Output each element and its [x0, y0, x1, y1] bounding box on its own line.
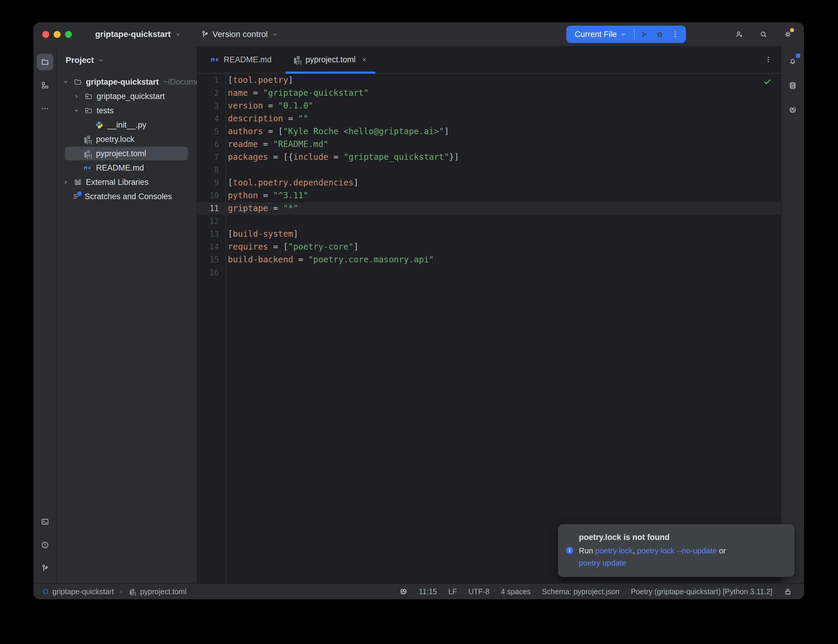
python-icon: [95, 120, 104, 130]
toml-file-icon: [T]: [84, 149, 92, 158]
code-line-7[interactable]: 7packages = [{include = "griptape_quicks…: [197, 151, 781, 163]
code-line-14[interactable]: 14requires = ["poetry-core"]: [197, 240, 781, 253]
breadcrumb-item[interactable]: griptape-quickstart: [42, 587, 114, 596]
notifications-button[interactable]: [784, 53, 801, 69]
more-tool-windows-button[interactable]: [37, 100, 53, 117]
notification-link[interactable]: poetry lock --no-update: [637, 546, 716, 555]
project-panel-header[interactable]: Project: [57, 46, 197, 67]
ide-window: griptape-quickstart Version control Curr…: [33, 22, 804, 599]
tree-item-pyproject-toml[interactable]: [T]pyproject.toml: [57, 146, 197, 161]
breadcrumb-label: griptape-quickstart: [53, 587, 114, 596]
tree-item-external-libraries[interactable]: External Libraries: [57, 175, 197, 189]
code-line-8[interactable]: 8: [197, 163, 781, 176]
status-lf[interactable]: LF: [448, 587, 457, 596]
code-editor[interactable]: 1[tool.poetry]2name = "griptape-quicksta…: [197, 74, 781, 583]
unlock-icon: [784, 587, 792, 596]
run-button[interactable]: [636, 26, 652, 42]
tree-item--init-py[interactable]: __init__.py: [57, 118, 197, 132]
tree-item-scratches-and-consoles[interactable]: Scratches and Consoles: [57, 189, 197, 204]
tree-item-griptape-quickstart[interactable]: griptape_quickstart: [57, 89, 197, 104]
tree-item-label: tests: [97, 106, 113, 115]
titlebar-actions: [731, 26, 796, 43]
tree-item-griptape-quickstart[interactable]: griptape-quickstart~/Docume: [57, 75, 197, 89]
code-line-3[interactable]: 3version = "0.1.0": [197, 99, 781, 112]
git-tool-window-button[interactable]: [37, 560, 53, 577]
tree-item-readme-md[interactable]: README.md: [57, 161, 197, 175]
database-tool-window-button[interactable]: [784, 77, 801, 94]
run-configuration-selector[interactable]: Current File: [567, 26, 632, 43]
tab-options-button[interactable]: [764, 56, 772, 64]
chevron-down-icon[interactable]: [72, 107, 81, 115]
tree-item-poetry-lock[interactable]: [T]poetry.lock: [57, 132, 197, 146]
tree-item-label: README.md: [96, 163, 144, 172]
status-11-15[interactable]: 11:15: [419, 587, 437, 596]
code-line-12[interactable]: 12: [197, 215, 781, 227]
debug-button[interactable]: [652, 26, 667, 42]
status-label: 4 spaces: [501, 587, 531, 596]
unlock-status[interactable]: [784, 587, 792, 596]
code-line-4[interactable]: 4description = "": [197, 112, 781, 125]
line-number: 8: [197, 166, 225, 174]
breadcrumb-chevron-icon: [118, 588, 124, 595]
minimize-window-button[interactable]: [54, 31, 61, 38]
editor-tab-readme-md[interactable]: README.md: [203, 46, 279, 73]
code-text: version = "0.1.0": [225, 101, 314, 111]
editor-area: README.md[T]pyproject.toml 1[tool.poetry…: [197, 46, 781, 583]
search-everywhere-button[interactable]: [755, 26, 772, 43]
toml-file-icon: [T]: [293, 55, 302, 64]
code-line-1[interactable]: 1[tool.poetry]: [197, 74, 781, 87]
code-line-6[interactable]: 6readme = "README.md": [197, 138, 781, 151]
library-icon: [73, 178, 82, 187]
copilot-status[interactable]: [399, 587, 407, 596]
status-utf-8[interactable]: UTF-8: [468, 587, 490, 596]
copilot-button[interactable]: [784, 102, 801, 118]
maximize-window-button[interactable]: [65, 31, 72, 38]
vcs-widget[interactable]: Version control: [197, 26, 283, 42]
settings-button[interactable]: [780, 26, 796, 43]
chevron-right-icon[interactable]: [61, 178, 70, 186]
project-switcher[interactable]: griptape-quickstart: [91, 26, 186, 42]
folder-icon: [73, 77, 82, 87]
project-tool-window-button[interactable]: [37, 54, 53, 71]
code-line-11[interactable]: 11griptape = "*": [197, 202, 781, 215]
status-4-spaces[interactable]: 4 spaces: [501, 587, 531, 596]
editor-tab-pyproject-toml[interactable]: [T]pyproject.toml: [285, 46, 375, 73]
run-widget: Current File: [566, 26, 686, 43]
divider: [634, 29, 634, 39]
toml-file-icon: [T]: [84, 135, 92, 144]
status-poetry-griptape-quickstart-python-3-11-2-[interactable]: Poetry (griptape-quickstart) [Python 3.1…: [631, 587, 772, 596]
notification-link[interactable]: poetry update: [579, 559, 626, 567]
code-line-5[interactable]: 5authors = ["Kyle Roche <hello@griptape.…: [197, 125, 781, 138]
structure-tool-window-button[interactable]: [37, 77, 53, 94]
notification-link[interactable]: poetry lock: [595, 546, 633, 555]
code-line-10[interactable]: 10python = "^3.11": [197, 189, 781, 202]
line-number: 1: [197, 76, 225, 85]
project-panel: Project griptape-quickstart~/Documegript…: [57, 46, 197, 583]
status-label: Poetry (griptape-quickstart) [Python 3.1…: [631, 587, 772, 596]
line-number: 14: [197, 242, 225, 251]
status-schema-pyproject-json[interactable]: Schema: pyproject.json: [542, 587, 619, 596]
close-tab-icon[interactable]: [361, 56, 368, 63]
tree-item-path: ~/Docume: [163, 77, 197, 87]
code-line-16[interactable]: 16: [197, 266, 781, 279]
project-square-icon: [42, 588, 49, 595]
line-number: 12: [197, 217, 225, 226]
tree-item-tests[interactable]: tests: [57, 104, 197, 118]
more-run-options-button[interactable]: [667, 26, 683, 42]
code-line-13[interactable]: 13[build-system]: [197, 227, 781, 240]
status-label: LF: [448, 587, 457, 596]
chevron-right-icon[interactable]: [72, 92, 81, 100]
tab-label: pyproject.toml: [306, 55, 356, 64]
terminal-tool-window-button[interactable]: [37, 513, 53, 530]
folder-src-icon: [84, 92, 93, 101]
code-line-15[interactable]: 15build-backend = "poetry.core.masonry.a…: [197, 253, 781, 266]
code-line-9[interactable]: 9[tool.poetry.dependencies]: [197, 176, 781, 189]
code-with-me-button[interactable]: [731, 26, 748, 43]
close-window-button[interactable]: [42, 31, 49, 38]
chevron-down-icon[interactable]: [61, 78, 70, 86]
problems-tool-window-button[interactable]: [37, 537, 53, 554]
code-line-2[interactable]: 2name = "griptape-quickstart": [197, 87, 781, 99]
branch-icon: [201, 30, 209, 38]
line-number: 3: [197, 101, 225, 110]
breadcrumb-item[interactable]: [T]pyproject.toml: [128, 587, 187, 596]
